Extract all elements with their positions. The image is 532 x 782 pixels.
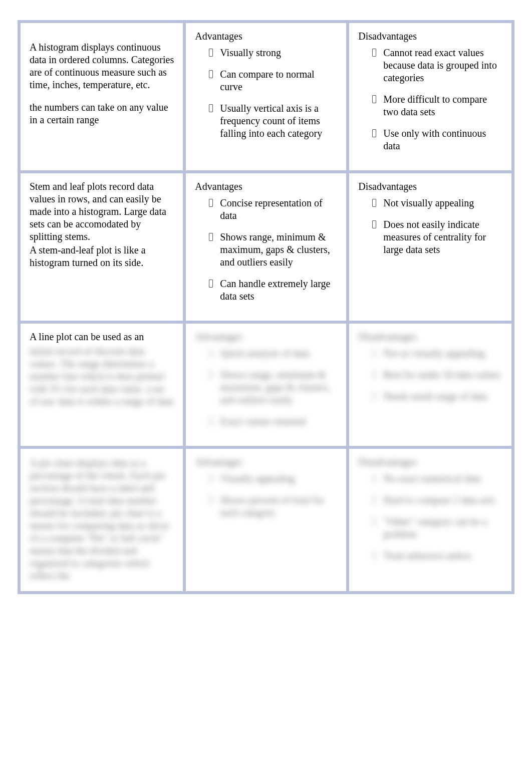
disadvantages-cell: DisadvantagesCannot read exact values be… <box>346 20 514 170</box>
disadvantages-cell: DisadvantagesNo exact numerical dataHard… <box>346 446 514 594</box>
list-item: Use only with continuous data <box>372 127 503 152</box>
description-cell: A histogram displays continuous data in … <box>18 20 183 170</box>
disadvantages-cell: DisadvantagesNot as visually appealingBe… <box>346 321 514 446</box>
list-item: Not visually appealing <box>372 197 503 209</box>
disadvantages-list: No exact numerical dataHard to compare 2… <box>358 472 503 562</box>
description-cell: A line plot can be used as aninitial rec… <box>18 321 183 446</box>
description-sub: initial record of discrete data values. … <box>30 345 175 408</box>
list-item: Visually appealing <box>209 472 338 485</box>
list-item: Cannot read exact values because data is… <box>372 47 503 84</box>
list-item: Best for under 50 data values <box>372 369 503 381</box>
list-item: Can handle extremely large data sets <box>209 278 338 303</box>
comparison-table-wrapper: A histogram displays continuous data in … <box>0 0 532 594</box>
disadvantages-list: Cannot read exact values because data is… <box>358 47 503 152</box>
list-item: Concise representation of data <box>209 197 338 222</box>
advantages-heading: Advantages <box>195 180 338 193</box>
description-main: A histogram displays continuous data in … <box>30 41 175 91</box>
description-cell: A pie chart displays data as a percentag… <box>18 446 183 594</box>
list-item: Visually strong <box>209 47 338 59</box>
advantages-heading: Advantages <box>195 456 338 468</box>
table-row: A histogram displays continuous data in … <box>18 20 514 170</box>
description-sub: A pie chart displays data as a percentag… <box>30 457 175 582</box>
advantages-cell: AdvantagesQuick analysis of dataShows ra… <box>183 321 346 446</box>
disadvantages-heading: Disadvantages <box>358 180 503 193</box>
advantages-cell: AdvantagesVisually appealingShows percen… <box>183 446 346 594</box>
advantages-list: Quick analysis of dataShows range, minim… <box>195 347 338 428</box>
advantages-list: Visually appealingShows percent of total… <box>195 472 338 519</box>
advantages-list: Concise representation of dataShows rang… <box>195 197 338 303</box>
description-sub: A stem-and-leaf plot is like a histogram… <box>30 244 175 269</box>
disadvantages-list: Not visually appealingDoes not easily in… <box>358 197 503 256</box>
list-item: Usually vertical axis is a frequency cou… <box>209 102 338 140</box>
table-row: Stem and leaf plots record data values i… <box>18 170 514 321</box>
description-main: Stem and leaf plots record data values i… <box>30 180 175 243</box>
list-item: Shows percent of total for each category <box>209 494 338 519</box>
list-item: Hard to compare 2 data sets <box>372 494 503 506</box>
advantages-heading: Advantages <box>195 30 338 43</box>
table-row: A pie chart displays data as a percentag… <box>18 446 514 594</box>
list-item: Not as visually appealing <box>372 347 503 360</box>
table-row: A line plot can be used as aninitial rec… <box>18 321 514 446</box>
comparison-table: A histogram displays continuous data in … <box>18 20 514 594</box>
list-item: Can compare to normal curve <box>209 68 338 93</box>
description-sub: the numbers can take on any value in a c… <box>30 101 175 126</box>
advantages-heading: Advantages <box>195 331 338 343</box>
disadvantages-heading: Disadvantages <box>358 456 503 468</box>
advantages-list: Visually strongCan compare to normal cur… <box>195 47 338 140</box>
advantages-cell: AdvantagesConcise representation of data… <box>183 170 346 321</box>
description-cell: Stem and leaf plots record data values i… <box>18 170 183 321</box>
advantages-cell: AdvantagesVisually strongCan compare to … <box>183 20 346 170</box>
list-item: Shows range, minimum & maximum, gaps & c… <box>209 369 338 406</box>
list-item: "Other" category can be a problem <box>372 515 503 541</box>
disadvantages-list: Not as visually appealingBest for under … <box>358 347 503 403</box>
disadvantages-heading: Disadvantages <box>358 331 503 343</box>
list-item: Does not easily indicate measures of cen… <box>372 218 503 256</box>
list-item: Needs small range of data <box>372 390 503 403</box>
disadvantages-cell: DisadvantagesNot visually appealingDoes … <box>346 170 514 321</box>
disadvantages-heading: Disadvantages <box>358 30 503 43</box>
list-item: No exact numerical data <box>372 472 503 485</box>
list-item: Shows range, minimum & maximum, gaps & c… <box>209 231 338 269</box>
list-item: More difficult to compare two data sets <box>372 93 503 118</box>
list-item: Quick analysis of data <box>209 347 338 360</box>
list-item: Exact values retained <box>209 415 338 428</box>
list-item: Total unknown unless <box>372 550 503 562</box>
description-main: A line plot can be used as an <box>30 331 175 343</box>
